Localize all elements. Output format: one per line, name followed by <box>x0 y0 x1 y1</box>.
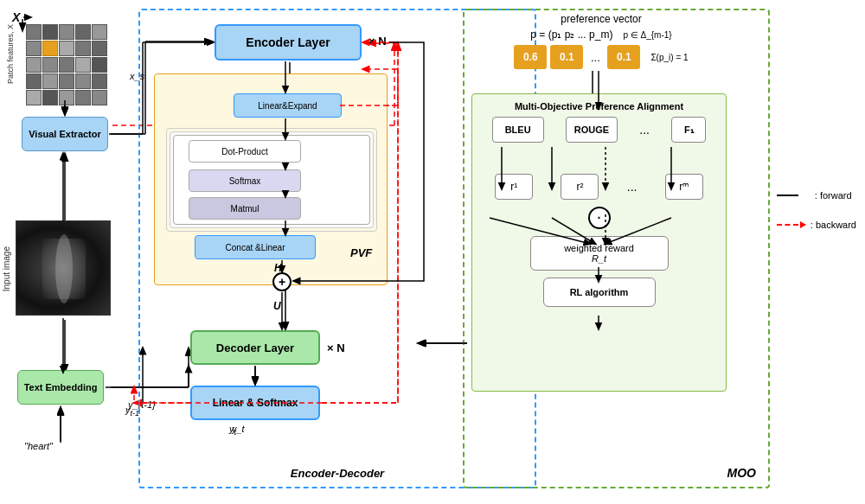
legend-forward-label: : forward <box>815 190 852 201</box>
pref-box-2: 0.1 <box>607 45 640 69</box>
legend-forward: : forward <box>777 190 856 201</box>
mopa-box: Multi-Objective Preference Alignment BLE… <box>471 93 727 392</box>
mopa-title: Multi-Objective Preference Alignment <box>472 94 726 117</box>
legend-backward: : backward <box>777 220 856 230</box>
weighted-reward-box: weighted reward R_t <box>530 236 669 271</box>
rewards-row: r¹ r² ... rᵐ <box>472 174 726 200</box>
linear-softmax-box: Linear & Softmax <box>190 386 320 420</box>
encoder-layer-box: Encoder Layer <box>215 24 362 61</box>
metrics-row: BLEU ROUGE ... F₁ <box>472 117 726 143</box>
dot-product-circle: · <box>588 207 611 229</box>
pref-box-0: 0.6 <box>514 45 547 69</box>
metric-rouge: ROUGE <box>566 117 618 143</box>
rl-algorithm-box: RL algorithm <box>543 278 656 307</box>
metric-f1: F₁ <box>671 117 706 143</box>
plus-circle: + <box>272 272 292 291</box>
softmax-box: Softmax <box>189 169 301 192</box>
pref-formula: p = (p₁ p₂ ... p_m) <box>530 29 612 41</box>
reward-rm: rᵐ <box>665 174 703 200</box>
weighted-reward-label: weighted reward <box>564 243 634 253</box>
metric-dots: ... <box>639 123 650 137</box>
pref-box-1: 0.1 <box>550 45 583 69</box>
decoder-layer-box: Decoder Layer <box>190 330 320 365</box>
legend: : forward : backward <box>777 190 856 230</box>
concat-linear-box: Concat &Linear <box>195 235 316 259</box>
visual-extractor-box: Visual Extractor <box>22 117 108 151</box>
patch-features-label: Patch features, X <box>6 24 15 84</box>
diagram-container: x_s y_{t-1} E U <box>0 0 865 504</box>
pref-constraint2: Σ(p_i) = 1 <box>650 53 688 62</box>
decoder-times-n: × N <box>327 341 345 354</box>
pref-formula-row: p = (p₁ p₂ ... p_m) p ∈ Δ_{m-1} <box>480 29 722 41</box>
pref-title: preference vector <box>480 13 722 25</box>
text-embedding-box: Text Embedding <box>17 370 104 405</box>
patch-grid <box>26 24 107 105</box>
reward-r2: r² <box>561 174 599 200</box>
yt-bottom-label: yt <box>229 424 236 437</box>
matmul-box: Matmul <box>189 197 301 220</box>
legend-backward-label: : backward <box>811 220 856 230</box>
preference-vector-area: preference vector p = (p₁ p₂ ... p_m) p … <box>480 13 722 73</box>
pref-constraint1: p ∈ Δ_{m-1} <box>623 30 671 40</box>
pvf-label: PVF <box>350 246 372 259</box>
dot-product-box: Dot-Product <box>189 140 301 163</box>
moo-label: MOO <box>727 466 756 480</box>
input-image-label: Input image <box>2 246 11 291</box>
reward-dots: ... <box>627 180 638 194</box>
linear-expand-box: Linear&Expand <box>234 93 342 118</box>
input-image <box>16 220 111 316</box>
metric-bleu: BLEU <box>492 117 544 143</box>
encoder-times-n: × N <box>368 35 387 48</box>
pref-dots: ... <box>586 51 604 64</box>
encoder-decoder-label: Encoder-Decoder <box>291 467 384 480</box>
reward-r1: r¹ <box>495 174 533 200</box>
yt1-label: yt-1 <box>125 405 139 418</box>
patch-features-area: Patch features, X <box>4 16 130 115</box>
pref-boxes-row: 0.6 0.1 ... 0.1 Σ(p_i) = 1 <box>480 45 722 69</box>
heart-label: "heart" <box>24 441 53 451</box>
weighted-reward-var: R_t <box>592 253 606 264</box>
